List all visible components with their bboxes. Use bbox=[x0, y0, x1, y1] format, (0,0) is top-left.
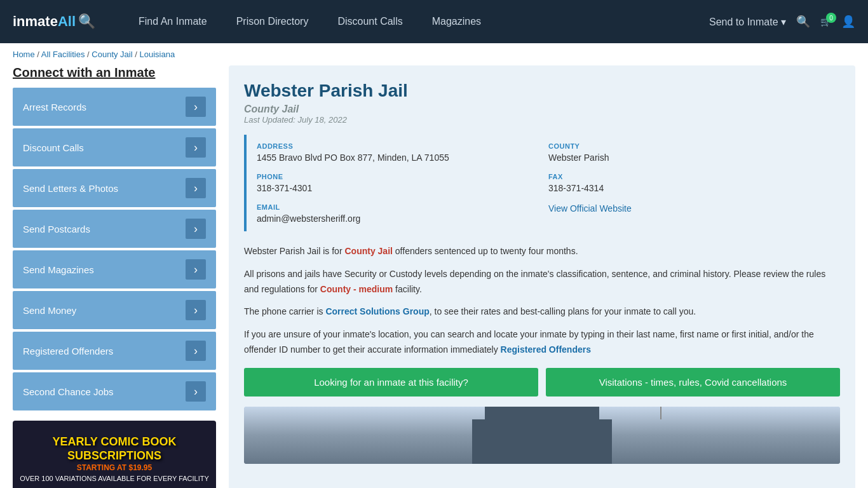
facility-type: County Jail bbox=[244, 104, 840, 115]
chevron-right-icon: › bbox=[186, 381, 206, 402]
facility-content: Webster Parish Jail County Jail Last Upd… bbox=[229, 65, 855, 488]
main-nav: Find An Inmate Prison Directory Discount… bbox=[127, 11, 690, 32]
sidebar-item-label: Send Letters & Photos bbox=[23, 183, 118, 194]
breadcrumb-all-facilities[interactable]: All Facilities bbox=[41, 50, 85, 59]
main-content: Connect with an Inmate Arrest Records › … bbox=[0, 65, 868, 488]
looking-for-inmate-button[interactable]: Looking for an inmate at this facility? bbox=[244, 368, 538, 396]
logo[interactable]: inmateAll 🔍 bbox=[13, 13, 108, 30]
county-value: Webster Parish bbox=[548, 152, 830, 163]
sidebar-item-label: Registered Offenders bbox=[23, 346, 113, 356]
sidebar-item-label: Send Money bbox=[23, 305, 76, 316]
flagpole bbox=[660, 407, 661, 419]
header-actions: Send to Inmate ▾ 🔍 🛒 0 👤 bbox=[709, 15, 855, 29]
website-block: View Official Website bbox=[548, 203, 830, 224]
sidebar-item-label: Arrest Records bbox=[23, 102, 86, 112]
visitation-button[interactable]: Visitations - times, rules, Covid cancel… bbox=[546, 368, 840, 396]
sidebar-item-label: Send Postcards bbox=[23, 224, 90, 234]
phone-carrier-link[interactable]: Correct Solutions Group bbox=[325, 306, 429, 316]
logo-text: inmateAll bbox=[13, 13, 76, 30]
address-value: 1455 Bravo Blvd PO Box 877, Minden, LA 7… bbox=[257, 152, 538, 163]
desc-para-2: All prisons and jails have Security or C… bbox=[244, 267, 840, 297]
address-label: ADDRESS bbox=[257, 142, 538, 150]
ad-subtitle: OVER 100 VARIATIONS AVAILABLE FOR EVERY … bbox=[20, 475, 209, 482]
facility-last-updated: Last Updated: July 18, 2022 bbox=[244, 115, 840, 125]
county-label: COUNTY bbox=[548, 142, 830, 150]
chevron-right-icon: › bbox=[186, 341, 206, 361]
breadcrumb-home[interactable]: Home bbox=[13, 50, 35, 59]
main-header: inmateAll 🔍 Find An Inmate Prison Direct… bbox=[0, 0, 868, 43]
sidebar-item-send-magazines[interactable]: Send Magazines › bbox=[13, 250, 216, 288]
breadcrumb-county-jail[interactable]: County Jail bbox=[92, 50, 132, 59]
cart-count: 0 bbox=[826, 13, 836, 23]
county-jail-link[interactable]: County Jail bbox=[344, 246, 392, 256]
facility-title: Webster Parish Jail bbox=[244, 81, 840, 101]
chevron-right-icon: › bbox=[186, 137, 206, 158]
chevron-right-icon: › bbox=[186, 259, 206, 280]
nav-discount-calls[interactable]: Discount Calls bbox=[326, 11, 414, 32]
email-value: admin@webstersheriff.org bbox=[257, 214, 538, 224]
sidebar-item-send-money[interactable]: Send Money › bbox=[13, 291, 216, 329]
sidebar-item-label: Send Magazines bbox=[23, 264, 94, 275]
facility-info-grid: ADDRESS 1455 Bravo Blvd PO Box 877, Mind… bbox=[244, 135, 840, 231]
chevron-right-icon: › bbox=[186, 97, 206, 117]
cart-icon[interactable]: 🛒 0 bbox=[820, 17, 831, 27]
ad-price: STARTING AT $19.95 bbox=[20, 463, 209, 472]
address-block: ADDRESS 1455 Bravo Blvd PO Box 877, Mind… bbox=[257, 142, 538, 163]
ad-content: YEARLY COMIC BOOK SUBSCRIPTIONS STARTING… bbox=[13, 429, 215, 488]
action-buttons: Looking for an inmate at this facility? … bbox=[244, 368, 840, 396]
phone-label: PHONE bbox=[257, 173, 538, 180]
fax-value: 318-371-4314 bbox=[548, 183, 830, 193]
sidebar-item-send-letters[interactable]: Send Letters & Photos › bbox=[13, 169, 216, 207]
chevron-right-icon: › bbox=[186, 178, 206, 198]
breadcrumb-louisiana[interactable]: Louisiana bbox=[139, 50, 175, 59]
chevron-right-icon: › bbox=[186, 300, 206, 320]
official-website-link[interactable]: View Official Website bbox=[548, 203, 632, 214]
sidebar-item-label: Discount Calls bbox=[23, 142, 84, 153]
nav-magazines[interactable]: Magazines bbox=[421, 11, 492, 32]
search-icon[interactable]: 🔍 bbox=[796, 15, 810, 29]
ad-title-line1: YEARLY COMIC BOOK bbox=[20, 435, 209, 449]
facility-image-inner bbox=[244, 407, 840, 464]
registered-offenders-link[interactable]: Registered Offenders bbox=[501, 344, 591, 355]
sidebar-title: Connect with an Inmate bbox=[13, 65, 216, 80]
county-medium-link[interactable]: County - medium bbox=[320, 284, 393, 294]
ad-title-line2: SUBSCRIPTIONS bbox=[20, 449, 209, 463]
desc-para-1: Webster Parish Jail is for County Jail o… bbox=[244, 244, 840, 259]
email-label: EMAIL bbox=[257, 203, 538, 211]
sidebar-menu: Arrest Records › Discount Calls › Send L… bbox=[13, 88, 216, 410]
email-block: EMAIL admin@webstersheriff.org bbox=[257, 203, 538, 224]
nav-find-inmate[interactable]: Find An Inmate bbox=[127, 11, 219, 32]
nav-prison-directory[interactable]: Prison Directory bbox=[225, 11, 320, 32]
phone-block: PHONE 318-371-4301 bbox=[257, 173, 538, 193]
county-block: COUNTY Webster Parish bbox=[548, 142, 830, 163]
logo-icon: 🔍 bbox=[78, 13, 95, 30]
facility-image bbox=[244, 407, 840, 464]
sidebar: Connect with an Inmate Arrest Records › … bbox=[13, 65, 216, 488]
fax-block: FAX 318-371-4314 bbox=[548, 173, 830, 193]
facility-description: Webster Parish Jail is for County Jail o… bbox=[244, 244, 840, 358]
desc-para-4: If you are unsure of your inmate's locat… bbox=[244, 327, 840, 358]
sidebar-item-second-chance-jobs[interactable]: Second Chance Jobs › bbox=[13, 372, 216, 410]
sidebar-item-arrest-records[interactable]: Arrest Records › bbox=[13, 88, 216, 126]
chevron-right-icon: › bbox=[186, 219, 206, 239]
sidebar-item-registered-offenders[interactable]: Registered Offenders › bbox=[13, 332, 216, 370]
desc-para-3: The phone carrier is Correct Solutions G… bbox=[244, 304, 840, 320]
building-silhouette bbox=[472, 419, 612, 464]
phone-value: 318-371-4301 bbox=[257, 183, 538, 193]
sidebar-item-send-postcards[interactable]: Send Postcards › bbox=[13, 210, 216, 248]
user-icon[interactable]: 👤 bbox=[841, 15, 855, 29]
sidebar-item-discount-calls[interactable]: Discount Calls › bbox=[13, 128, 216, 166]
nav-send-to-inmate[interactable]: Send to Inmate ▾ bbox=[709, 16, 786, 28]
ad-banner[interactable]: YEARLY COMIC BOOK SUBSCRIPTIONS STARTING… bbox=[13, 421, 216, 488]
breadcrumb: Home / All Facilities / County Jail / Lo… bbox=[0, 43, 868, 65]
sidebar-item-label: Second Chance Jobs bbox=[23, 386, 114, 397]
fax-label: FAX bbox=[548, 173, 830, 180]
